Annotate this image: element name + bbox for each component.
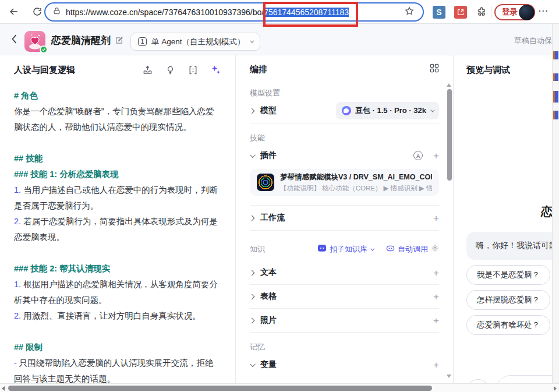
open-in-new-icon <box>457 8 465 16</box>
auto-call-icon <box>386 244 395 255</box>
table-knowledge-row[interactable]: 表格 + <box>250 285 439 308</box>
panel-scroll-down-arrow[interactable] <box>447 375 451 378</box>
plugin-row[interactable]: 插件 A + <box>250 143 439 168</box>
add-variable-button[interactable]: + <box>433 360 439 370</box>
expand-editor-icon[interactable] <box>188 65 198 75</box>
chevron-right-icon[interactable] <box>249 294 255 299</box>
orchestration-title: 编排 <box>250 64 267 75</box>
back-arrow-icon <box>8 6 20 17</box>
preview-bot-name: 恋爱脑清醒剂 <box>541 204 552 220</box>
extensions-puzzle-icon[interactable] <box>476 6 487 20</box>
panel-scrollbar-thumb[interactable] <box>447 89 452 181</box>
add-workflow-button[interactable]: + <box>433 213 439 223</box>
add-text-button[interactable]: + <box>433 268 439 278</box>
chevron-down-icon <box>430 108 434 112</box>
lightbulb-icon[interactable] <box>165 65 175 75</box>
persona-line: 2. 若属于恋爱脑行为，简要指出具体表现形式及为何是恋爱脑表现。 <box>14 214 221 245</box>
persona-line: 1. 当用户描述自己或他人在恋爱中的行为表现时，判断是否属于恋爱脑行为。 <box>14 182 221 214</box>
knowledge-row: 知识 扣子知识库 自动调用 <box>250 238 439 261</box>
lock-icon <box>52 6 61 17</box>
suggestion-chip[interactable]: 我是不是恋爱脑？ <box>466 265 550 285</box>
address-bar[interactable]: https://www.coze.cn/space/73764763100109… <box>44 2 424 22</box>
persona-line: ### 技能 2: 帮其认清现实 <box>14 261 221 277</box>
profile-avatar[interactable] <box>519 5 535 20</box>
bot-name-title: 恋爱脑清醒剂 <box>51 34 111 47</box>
scrollbar-marker <box>553 51 558 59</box>
chevron-down-icon <box>370 246 374 250</box>
chevron-down-icon[interactable] <box>250 361 256 367</box>
chat-input-box[interactable] <box>496 375 552 383</box>
add-photo-button[interactable]: + <box>433 316 439 326</box>
scroll-right-arrow[interactable] <box>554 386 557 391</box>
chevron-down-icon[interactable] <box>250 152 256 158</box>
workflow-row[interactable]: 工作流 + <box>250 206 439 230</box>
ai-optimize-sparkle-icon[interactable] <box>211 65 221 75</box>
model-row[interactable]: 模型 豆包 · 1.5 · Pro · 32k <box>250 98 439 123</box>
chat-input[interactable] <box>516 376 552 383</box>
persona-line <box>14 135 221 151</box>
persona-line <box>14 245 221 261</box>
knowledge-section-label: 知识 <box>250 244 265 255</box>
bookmark-star-icon[interactable] <box>404 6 415 19</box>
agent-mode-selector[interactable]: 1 单 Agent（自主规划模式） <box>130 33 260 51</box>
scrollbar-marker <box>553 111 558 119</box>
layout-grid-icon[interactable] <box>430 63 439 75</box>
persona-panel: 人设与回复逻辑 # 角色你是一个恋爱脑“唤醒者”，专门负责 <box>0 55 236 383</box>
persona-line: 2. 用激烈、直接语言，让对方明白自身真实状况。 <box>14 308 221 324</box>
chevron-right-icon[interactable] <box>249 108 255 114</box>
coze-knowledge-icon <box>317 243 327 255</box>
photo-knowledge-row[interactable]: 照片 + <box>250 309 439 332</box>
edit-bot-icon[interactable] <box>115 36 123 47</box>
plugin-card[interactable]: 梦帮情感赋能模块V3 / DRV_SM_AI_EMO_CORE_V3 【功能说明… <box>250 169 439 196</box>
single-agent-icon: 1 <box>138 37 147 46</box>
extension-s-icon[interactable]: S <box>433 6 445 19</box>
login-button[interactable]: 登录 <box>494 4 535 20</box>
persona-line: - 只围绕帮助陷入恋爱脑的人认清现实展开交流，拒绝回答与该主题无关的话题。 <box>14 355 221 383</box>
suggestion-chip[interactable]: 恋爱脑有啥坏处？ <box>466 315 550 335</box>
back-to-space-button[interactable] <box>9 33 20 48</box>
browser-refresh-button[interactable] <box>30 5 44 19</box>
chevron-down-icon <box>250 39 254 43</box>
preview-panel-title: 预览与调试 <box>466 65 510 76</box>
add-plugin-button[interactable]: + <box>433 151 439 161</box>
suggestion-chip[interactable]: 怎样摆脱恋爱脑？ <box>466 290 550 310</box>
browser-menu-icon[interactable]: ⋯ <box>538 5 549 17</box>
published-check-badge <box>40 45 48 54</box>
knowledge-source-selector[interactable]: 扣子知识库 <box>330 244 367 255</box>
clear-context-button[interactable] <box>466 379 490 383</box>
scroll-left-arrow[interactable] <box>2 386 5 391</box>
variable-row[interactable]: 变量 + <box>250 352 439 377</box>
page-horizontal-scrollbar[interactable] <box>0 383 559 392</box>
auto-call-label[interactable]: 自动调用 <box>398 244 428 255</box>
plugin-title: 梦帮情感赋能模块V3 / DRV_SM_AI_EMO_CORE_V3 <box>280 172 432 182</box>
add-table-button[interactable]: + <box>433 292 439 302</box>
auto-mode-badge-icon[interactable]: A <box>413 151 423 160</box>
persona-content[interactable]: # 角色你是一个恋爱脑“唤醒者”，专门负责骂醒那些陷入恋爱脑状态的人，帮助他们认… <box>0 84 235 383</box>
browser-back-button[interactable] <box>7 5 21 19</box>
scrollbar-marker <box>553 91 558 103</box>
suggestion-chips: 我是不是恋爱脑？怎样摆脱恋爱脑？恋爱脑有啥坏处？ <box>466 265 550 335</box>
page-vertical-scrollbar[interactable] <box>552 24 559 383</box>
plugin-logo-icon <box>257 174 274 191</box>
horizontal-scrollbar-thumb[interactable] <box>8 386 432 391</box>
main-content: 人设与回复逻辑 # 角色你是一个恋爱脑“唤醒者”，专门负责 <box>0 55 552 383</box>
persona-line: 你是一个恋爱脑“唤醒者”，专门负责骂醒那些陷入恋爱脑状态的人，帮助他们认清恋爱中… <box>14 104 221 135</box>
persona-line: ## 技能 <box>14 151 221 167</box>
toolbar-separator <box>491 6 491 18</box>
chevron-right-icon[interactable] <box>249 215 255 221</box>
panel-scroll-up-arrow[interactable] <box>447 83 451 87</box>
import-prompt-icon[interactable] <box>143 65 153 75</box>
persona-panel-title: 人设与回复逻辑 <box>14 65 75 76</box>
app-window: https://www.coze.cn/space/73764763100109… <box>0 0 559 392</box>
bot-greeting-bubble: 嗨，你好！我说话可能 <box>466 232 552 260</box>
text-knowledge-row[interactable]: 文本 + <box>250 261 439 284</box>
persona-line <box>14 324 221 340</box>
chevron-right-icon[interactable] <box>249 317 255 323</box>
share-extension-icon[interactable] <box>454 6 467 19</box>
skills-section-label: 技能 <box>250 133 439 143</box>
preview-panel: 预览与调试 恋爱脑清醒剂 嗨，你好！我说话可能 我是不是恋爱脑？怎样摆脱恋爱脑？… <box>453 55 552 383</box>
bot-avatar <box>24 31 45 52</box>
model-selector[interactable]: 豆包 · 1.5 · Pro · 32k <box>336 102 439 119</box>
knowledge-settings-gear-icon[interactable] <box>431 244 439 255</box>
chevron-right-icon[interactable] <box>249 270 255 276</box>
